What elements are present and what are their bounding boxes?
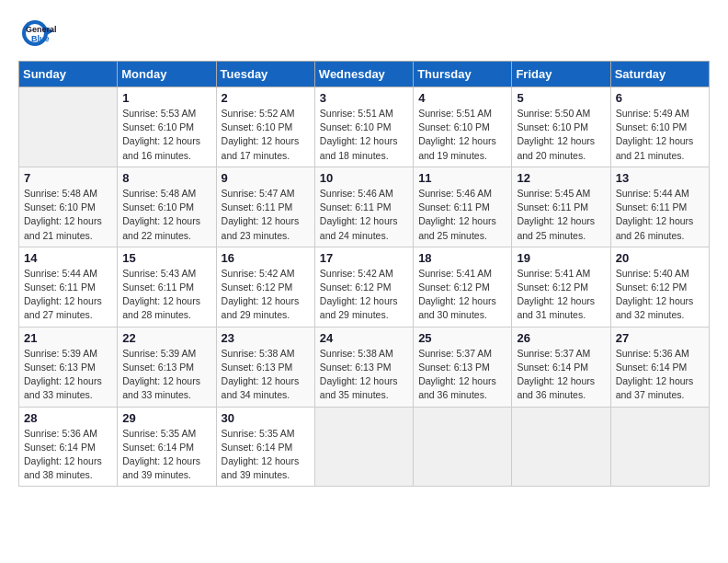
calendar-cell: 20Sunrise: 5:40 AMSunset: 6:12 PMDayligh…	[610, 247, 709, 327]
day-number: 4	[418, 91, 506, 105]
calendar-header-tuesday: Tuesday	[216, 62, 314, 87]
svg-text:Blue: Blue	[31, 34, 50, 43]
day-info: Sunrise: 5:41 AMSunset: 6:12 PMDaylight:…	[418, 267, 506, 323]
day-info: Sunrise: 5:42 AMSunset: 6:12 PMDaylight:…	[222, 267, 310, 323]
day-number: 5	[517, 91, 605, 105]
day-info: Sunrise: 5:51 AMSunset: 6:10 PMDaylight:…	[418, 107, 506, 163]
day-info: Sunrise: 5:43 AMSunset: 6:11 PMDaylight:…	[122, 267, 210, 323]
logo: GeneralBlue	[18, 15, 74, 52]
calendar-cell: 3Sunrise: 5:51 AMSunset: 6:10 PMDaylight…	[314, 87, 413, 167]
day-number: 19	[517, 251, 605, 265]
day-number: 2	[222, 91, 310, 105]
calendar-header-monday: Monday	[118, 62, 216, 87]
calendar-cell: 23Sunrise: 5:38 AMSunset: 6:13 PMDayligh…	[216, 327, 314, 407]
calendar-week-row: 21Sunrise: 5:39 AMSunset: 6:13 PMDayligh…	[19, 327, 710, 407]
day-info: Sunrise: 5:48 AMSunset: 6:10 PMDaylight:…	[122, 187, 210, 243]
day-number: 11	[418, 171, 506, 185]
calendar-cell: 26Sunrise: 5:37 AMSunset: 6:14 PMDayligh…	[512, 327, 610, 407]
day-info: Sunrise: 5:36 AMSunset: 6:14 PMDaylight:…	[616, 347, 704, 403]
calendar-week-row: 14Sunrise: 5:44 AMSunset: 6:11 PMDayligh…	[19, 247, 710, 327]
day-info: Sunrise: 5:52 AMSunset: 6:10 PMDaylight:…	[222, 107, 310, 163]
calendar-cell: 18Sunrise: 5:41 AMSunset: 6:12 PMDayligh…	[414, 247, 512, 327]
calendar-header-wednesday: Wednesday	[314, 62, 413, 87]
day-number: 3	[320, 91, 408, 105]
day-number: 26	[517, 331, 605, 345]
day-info: Sunrise: 5:50 AMSunset: 6:10 PMDaylight:…	[517, 107, 605, 163]
calendar-cell	[19, 87, 118, 167]
day-number: 8	[122, 171, 210, 185]
calendar-cell: 29Sunrise: 5:35 AMSunset: 6:14 PMDayligh…	[118, 407, 216, 487]
calendar-cell: 5Sunrise: 5:50 AMSunset: 6:10 PMDaylight…	[512, 87, 610, 167]
calendar-week-row: 1Sunrise: 5:53 AMSunset: 6:10 PMDaylight…	[19, 87, 710, 167]
day-info: Sunrise: 5:36 AMSunset: 6:14 PMDaylight:…	[24, 427, 112, 483]
calendar-cell: 28Sunrise: 5:36 AMSunset: 6:14 PMDayligh…	[19, 407, 118, 487]
day-number: 17	[320, 251, 408, 265]
calendar-header-row: SundayMondayTuesdayWednesdayThursdayFrid…	[19, 62, 710, 87]
day-number: 29	[122, 411, 210, 425]
day-number: 18	[418, 251, 506, 265]
day-info: Sunrise: 5:42 AMSunset: 6:12 PMDaylight:…	[320, 267, 408, 323]
calendar-table: SundayMondayTuesdayWednesdayThursdayFrid…	[18, 61, 710, 487]
day-number: 10	[320, 171, 408, 185]
calendar-cell: 17Sunrise: 5:42 AMSunset: 6:12 PMDayligh…	[314, 247, 413, 327]
calendar-cell	[414, 407, 512, 487]
calendar-cell: 12Sunrise: 5:45 AMSunset: 6:11 PMDayligh…	[512, 167, 610, 247]
header: GeneralBlue	[18, 15, 710, 52]
calendar-week-row: 7Sunrise: 5:48 AMSunset: 6:10 PMDaylight…	[19, 167, 710, 247]
calendar-cell: 11Sunrise: 5:46 AMSunset: 6:11 PMDayligh…	[414, 167, 512, 247]
calendar-cell: 7Sunrise: 5:48 AMSunset: 6:10 PMDaylight…	[19, 167, 118, 247]
day-number: 1	[122, 91, 210, 105]
day-number: 6	[616, 91, 704, 105]
day-info: Sunrise: 5:39 AMSunset: 6:13 PMDaylight:…	[122, 347, 210, 403]
day-number: 30	[222, 411, 310, 425]
day-number: 24	[320, 331, 408, 345]
calendar-cell: 21Sunrise: 5:39 AMSunset: 6:13 PMDayligh…	[19, 327, 118, 407]
day-info: Sunrise: 5:37 AMSunset: 6:13 PMDaylight:…	[418, 347, 506, 403]
day-info: Sunrise: 5:40 AMSunset: 6:12 PMDaylight:…	[616, 267, 704, 323]
day-info: Sunrise: 5:51 AMSunset: 6:10 PMDaylight:…	[320, 107, 408, 163]
calendar-cell: 15Sunrise: 5:43 AMSunset: 6:11 PMDayligh…	[118, 247, 216, 327]
calendar-cell: 19Sunrise: 5:41 AMSunset: 6:12 PMDayligh…	[512, 247, 610, 327]
calendar-cell: 10Sunrise: 5:46 AMSunset: 6:11 PMDayligh…	[314, 167, 413, 247]
calendar-header-saturday: Saturday	[610, 62, 709, 87]
day-info: Sunrise: 5:44 AMSunset: 6:11 PMDaylight:…	[24, 267, 112, 323]
day-number: 15	[122, 251, 210, 265]
day-info: Sunrise: 5:44 AMSunset: 6:11 PMDaylight:…	[616, 187, 704, 243]
day-info: Sunrise: 5:39 AMSunset: 6:13 PMDaylight:…	[24, 347, 112, 403]
calendar-cell	[314, 407, 413, 487]
calendar-cell: 24Sunrise: 5:38 AMSunset: 6:13 PMDayligh…	[314, 327, 413, 407]
calendar-cell: 9Sunrise: 5:47 AMSunset: 6:11 PMDaylight…	[216, 167, 314, 247]
day-info: Sunrise: 5:53 AMSunset: 6:10 PMDaylight:…	[122, 107, 210, 163]
calendar-cell: 2Sunrise: 5:52 AMSunset: 6:10 PMDaylight…	[216, 87, 314, 167]
day-number: 20	[616, 251, 704, 265]
day-number: 23	[222, 331, 310, 345]
day-number: 22	[122, 331, 210, 345]
calendar-cell: 8Sunrise: 5:48 AMSunset: 6:10 PMDaylight…	[118, 167, 216, 247]
calendar-week-row: 28Sunrise: 5:36 AMSunset: 6:14 PMDayligh…	[19, 407, 710, 487]
calendar-cell: 13Sunrise: 5:44 AMSunset: 6:11 PMDayligh…	[610, 167, 709, 247]
day-number: 12	[517, 171, 605, 185]
calendar-cell	[610, 407, 709, 487]
svg-text:General: General	[26, 25, 57, 34]
calendar-header-friday: Friday	[512, 62, 610, 87]
day-info: Sunrise: 5:46 AMSunset: 6:11 PMDaylight:…	[320, 187, 408, 243]
day-number: 14	[24, 251, 112, 265]
day-info: Sunrise: 5:47 AMSunset: 6:11 PMDaylight:…	[222, 187, 310, 243]
calendar-header-thursday: Thursday	[414, 62, 512, 87]
day-info: Sunrise: 5:41 AMSunset: 6:12 PMDaylight:…	[517, 267, 605, 323]
calendar-cell: 6Sunrise: 5:49 AMSunset: 6:10 PMDaylight…	[610, 87, 709, 167]
calendar-cell: 16Sunrise: 5:42 AMSunset: 6:12 PMDayligh…	[216, 247, 314, 327]
day-info: Sunrise: 5:48 AMSunset: 6:10 PMDaylight:…	[24, 187, 112, 243]
day-number: 9	[222, 171, 310, 185]
day-number: 27	[616, 331, 704, 345]
day-number: 13	[616, 171, 704, 185]
day-number: 16	[222, 251, 310, 265]
calendar-cell	[512, 407, 610, 487]
calendar-header-sunday: Sunday	[19, 62, 118, 87]
day-info: Sunrise: 5:49 AMSunset: 6:10 PMDaylight:…	[616, 107, 704, 163]
calendar-cell: 22Sunrise: 5:39 AMSunset: 6:13 PMDayligh…	[118, 327, 216, 407]
day-info: Sunrise: 5:37 AMSunset: 6:14 PMDaylight:…	[517, 347, 605, 403]
day-info: Sunrise: 5:45 AMSunset: 6:11 PMDaylight:…	[517, 187, 605, 243]
calendar-cell: 27Sunrise: 5:36 AMSunset: 6:14 PMDayligh…	[610, 327, 709, 407]
day-number: 7	[24, 171, 112, 185]
